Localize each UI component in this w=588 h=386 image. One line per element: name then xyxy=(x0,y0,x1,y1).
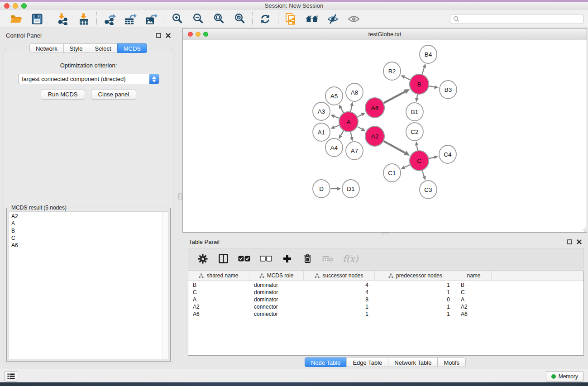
graph-node-A3[interactable]: A3 xyxy=(313,102,330,120)
graph-node-D[interactable]: D xyxy=(313,180,330,198)
graph-edge-B-B3[interactable] xyxy=(429,85,439,89)
save-session-button[interactable] xyxy=(30,13,44,25)
tab-motifs[interactable]: Motifs xyxy=(437,357,466,367)
hide-graphics-details-button[interactable] xyxy=(326,13,339,25)
tab-network[interactable]: Network xyxy=(29,43,64,53)
column-header-mcds-role[interactable]: MCDS role xyxy=(249,271,304,280)
deselect-all-columns-button[interactable] xyxy=(260,253,272,265)
graph-edge-A-A7[interactable] xyxy=(350,132,354,141)
column-header-name[interactable]: name xyxy=(456,271,492,280)
graph-node-B1[interactable]: B1 xyxy=(406,103,423,121)
table-row[interactable]: Adominator80A xyxy=(188,296,583,303)
graph-node-A7[interactable]: A7 xyxy=(346,142,363,160)
mcds-result-list[interactable]: A2ABCA6 xyxy=(9,211,168,359)
zoom-fit-button[interactable] xyxy=(212,13,225,25)
export-network-button[interactable] xyxy=(103,13,116,25)
show-graphics-details-button[interactable] xyxy=(347,13,360,25)
network-minimize-button[interactable] xyxy=(196,32,201,37)
graph-edge-C-C1[interactable] xyxy=(401,165,410,169)
delete-columns-button[interactable] xyxy=(302,253,313,265)
import-network-button[interactable] xyxy=(56,13,70,25)
close-panel-button[interactable]: Close panel xyxy=(91,90,137,100)
graph-edge-D-D1[interactable] xyxy=(331,187,341,191)
zoom-window-button[interactable] xyxy=(21,3,27,9)
graph-node-A6[interactable]: A6 xyxy=(365,98,384,118)
network-canvas[interactable]: B4B2BB3B1A5A8A6A3AA1C2A2A4A7CC4C1C3DD1 xyxy=(183,40,587,232)
close-panel-icon[interactable] xyxy=(576,239,582,244)
graph-node-B4[interactable]: B4 xyxy=(420,45,437,63)
delete-table-button[interactable] xyxy=(322,253,333,265)
tab-edge-table[interactable]: Edge Table xyxy=(346,357,388,367)
graph-node-A[interactable]: A xyxy=(339,112,358,132)
close-panel-icon[interactable] xyxy=(165,33,171,38)
mcds-result-item[interactable]: C xyxy=(11,234,168,242)
minimize-window-button[interactable] xyxy=(13,3,18,9)
function-builder-button[interactable]: f(x) xyxy=(343,253,358,265)
network-window-titlebar[interactable]: testGlobe.txt xyxy=(183,29,587,40)
zoom-in-button[interactable] xyxy=(170,13,184,25)
search-input[interactable] xyxy=(461,15,583,23)
graph-edge-A-A4[interactable] xyxy=(339,131,344,139)
memory-button[interactable]: Memory xyxy=(546,371,583,381)
select-all-columns-button[interactable] xyxy=(238,253,250,265)
graph-node-D1[interactable]: D1 xyxy=(342,180,359,198)
graph-edge-A-A3[interactable] xyxy=(330,114,339,118)
tab-style[interactable]: Style xyxy=(63,43,89,53)
tab-node-table[interactable]: Node Table xyxy=(305,357,347,367)
graph-edge-B-B4[interactable] xyxy=(422,64,426,75)
column-header-successor-nodes[interactable]: successor nodes xyxy=(304,271,375,280)
graph-edge-A2-C[interactable] xyxy=(384,141,410,156)
graph-node-B3[interactable]: B3 xyxy=(440,81,457,99)
graph-edge-B-B1[interactable] xyxy=(415,94,419,102)
graph-node-A4[interactable]: A4 xyxy=(325,138,343,157)
tab-network-table[interactable]: Network Table xyxy=(388,357,438,367)
node-table[interactable]: shared nameMCDS rolesuccessor nodesprede… xyxy=(188,271,584,356)
graph-node-C3[interactable]: C3 xyxy=(420,181,437,199)
graph-edge-C-C3[interactable] xyxy=(422,170,426,180)
show-columns-button[interactable] xyxy=(218,253,229,265)
graph-edge-A-A1[interactable] xyxy=(330,125,339,129)
task-history-button[interactable] xyxy=(5,371,17,381)
graph-node-A1[interactable]: A1 xyxy=(313,123,330,141)
graph-edge-A-A2[interactable] xyxy=(358,127,366,131)
graph-node-A5[interactable]: A5 xyxy=(325,87,343,105)
table-row[interactable]: A6connector11A6 xyxy=(188,310,583,318)
mcds-result-item[interactable]: A xyxy=(11,220,168,227)
refresh-button[interactable] xyxy=(258,13,272,25)
zoom-out-button[interactable] xyxy=(191,13,205,25)
graph-node-A2[interactable]: A2 xyxy=(365,126,384,146)
graph-node-C[interactable]: C xyxy=(410,151,429,171)
network-from-file-button[interactable] xyxy=(284,13,298,25)
close-window-button[interactable] xyxy=(4,3,10,9)
graph-node-B2[interactable]: B2 xyxy=(383,62,401,80)
table-row[interactable]: Bdominator41B xyxy=(188,281,583,289)
graph-edge-B-B2[interactable] xyxy=(401,75,410,80)
zoom-selected-button[interactable] xyxy=(233,13,246,25)
table-row[interactable]: Cdominator41C xyxy=(188,289,583,296)
add-column-button[interactable] xyxy=(282,253,292,265)
import-table-button[interactable] xyxy=(77,13,91,25)
optimization-criterion-select[interactable]: largest connected component (directed) xyxy=(18,74,159,84)
table-row[interactable]: A2connector11A2 xyxy=(188,303,583,310)
graph-node-C1[interactable]: C1 xyxy=(383,164,401,182)
float-panel-icon[interactable] xyxy=(156,33,161,38)
graph-edge-C-C4[interactable] xyxy=(429,156,438,159)
graph-edge-C-C2[interactable] xyxy=(415,141,419,151)
vertical-divider-handle[interactable] xyxy=(178,193,182,200)
tab-mcds[interactable]: MCDS xyxy=(117,43,147,53)
export-image-button[interactable] xyxy=(144,13,158,25)
scrollbar-track[interactable] xyxy=(163,212,168,359)
graph-edge-A6-B[interactable] xyxy=(384,89,410,103)
graph-node-C2[interactable]: C2 xyxy=(406,123,423,141)
tab-select[interactable]: Select xyxy=(89,43,118,53)
network-close-button[interactable] xyxy=(188,32,193,37)
graph-edge-A-A6[interactable] xyxy=(358,113,365,117)
run-mcds-button[interactable]: Run MCDS xyxy=(41,90,85,100)
table-settings-button[interactable] xyxy=(197,253,208,265)
float-panel-icon[interactable] xyxy=(567,239,572,244)
graph-edge-A-A5[interactable] xyxy=(339,105,344,113)
mcds-result-item[interactable]: A2 xyxy=(11,213,168,220)
homes-button[interactable] xyxy=(305,13,319,25)
mcds-result-item[interactable]: B xyxy=(11,227,168,234)
graph-node-C4[interactable]: C4 xyxy=(439,145,456,163)
